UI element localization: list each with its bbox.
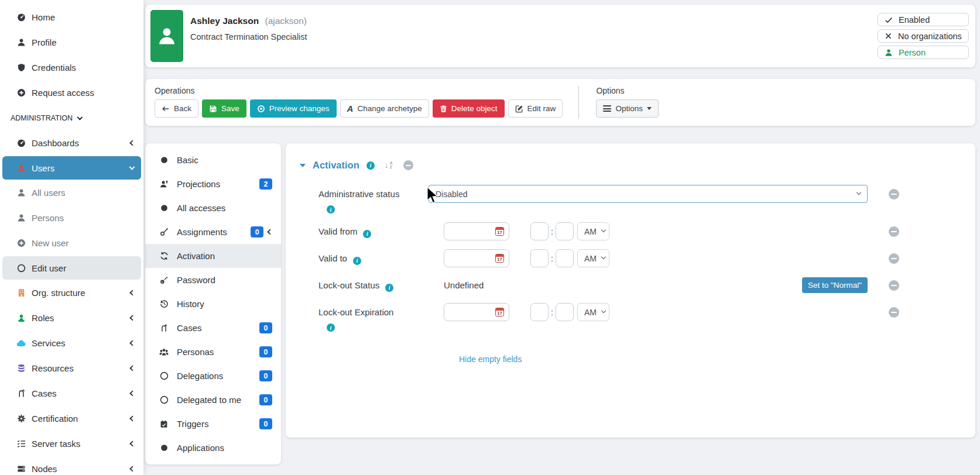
sidebar-item-cases[interactable]: Cases [0,381,143,406]
collapse-caret-icon[interactable] [300,164,306,167]
plus-circle-icon [16,239,26,247]
delete-object-button[interactable]: Delete object [433,99,505,118]
sidebar-item-persons[interactable]: Persons [0,205,143,230]
tab-count-badge[interactable]: 2 [259,178,272,190]
valid-from-hours-input[interactable] [530,222,549,240]
valid-from-meridiem-select[interactable]: AM [577,222,609,240]
info-icon[interactable] [385,284,393,292]
tab-applications[interactable]: Applications [145,436,281,460]
hide-empty-fields-link[interactable]: Hide empty fields [459,354,522,364]
sidebar-item-profile[interactable]: Profile [0,30,143,55]
selected-value: AM [584,227,597,236]
status-badge-enabled[interactable]: Enabled [878,13,969,26]
calendar-icon[interactable]: 17 [495,308,504,316]
remove-value-icon[interactable] [889,226,899,237]
lockout-status-value: Undefined [444,280,484,290]
tab-count-badge[interactable]: 0 [259,322,272,333]
preview-changes-button[interactable]: Preview changes [250,99,337,118]
remove-section-icon[interactable] [403,160,413,170]
lockout-expiration-meridiem-select[interactable]: AM [577,303,609,321]
calendar-icon[interactable]: 17 [495,254,504,263]
tab-count-badge[interactable]: 0 [259,346,272,357]
valid-to-minutes-input[interactable] [556,249,574,267]
valid-from-minutes-input[interactable] [556,222,574,240]
status-badge-no-organizations[interactable]: No organizations [878,29,969,43]
user-description: Contract Termination Specialist [190,32,307,42]
valid-to-date-input[interactable]: 17 [444,249,509,267]
change-archetype-button[interactable]: A Change archetype [340,99,429,118]
tab-projections[interactable]: Projections 2 [145,172,281,196]
time-separator: : [551,254,553,263]
button-label: Save [221,104,239,113]
tab-activation[interactable]: Activation [145,244,281,268]
save-button[interactable]: Save [202,99,246,118]
operations-card: Operations Back Save Preview changes A C… [145,79,975,126]
tab-delegations[interactable]: Delegations 0 [145,364,281,388]
sidebar-item-server-tasks[interactable]: Server tasks [0,431,143,456]
remove-value-icon[interactable] [889,189,899,199]
sidebar-item-all-users[interactable]: All users [0,180,143,205]
remove-value-icon[interactable] [889,307,899,318]
tab-basic[interactable]: Basic [145,148,281,172]
tab-cases[interactable]: Cases 0 [145,316,281,340]
info-icon[interactable] [363,230,371,238]
sidebar-item-dashboards[interactable]: Dashboards [0,130,143,156]
sidebar-item-new-user[interactable]: New user [0,230,143,256]
sidebar-item-home[interactable]: Home [0,5,143,30]
sidebar-item-request-access[interactable]: Request access [0,80,143,105]
chevron-left-icon [130,466,136,472]
remove-value-icon[interactable] [889,253,899,264]
tab-personas[interactable]: Personas 0 [145,340,281,364]
tab-history[interactable]: History [145,292,281,316]
tab-count-badge[interactable]: 0 [251,226,263,238]
sidebar-item-nodes[interactable]: Nodes [0,456,143,475]
check-icon [885,16,893,24]
tab-count-badge[interactable]: 0 [259,394,272,405]
options-dropdown-button[interactable]: Options [596,99,659,118]
lockout-expiration-minutes-input[interactable] [556,303,574,321]
info-icon[interactable] [327,323,335,332]
valid-to-hours-input[interactable] [530,249,549,267]
lockout-expiration-date-input[interactable]: 17 [444,303,509,321]
tab-delegated-to-me[interactable]: Delegated to me 0 [145,388,281,412]
chevron-left-icon [130,140,136,146]
user-login-name: (ajackson) [265,16,307,26]
info-icon[interactable] [353,257,361,265]
tab-count-badge[interactable]: 0 [259,418,272,429]
valid-to-meridiem-select[interactable]: AM [577,249,609,267]
pen-square-icon [515,105,523,113]
sidebar-item-certification[interactable]: Certification [0,406,143,431]
tab-assignments[interactable]: Assignments 0 [145,220,281,244]
status-badge-person[interactable]: Person [878,46,969,59]
sort-icon[interactable]: ↓AZ [385,161,393,169]
sidebar-item-org-structure[interactable]: Org. structure [0,280,143,305]
tab-count-badge[interactable]: 0 [259,370,272,381]
back-button[interactable]: Back [155,99,198,118]
remove-value-icon[interactable] [889,280,899,291]
sidebar-item-credentials[interactable]: Credentials [0,55,143,80]
edit-raw-button[interactable]: Edit raw [508,99,563,118]
tab-all-accesses[interactable]: All accesses [145,196,281,220]
tab-label: Cases [177,323,202,333]
circle-icon [159,204,169,212]
valid-from-date-input[interactable]: 17 [444,222,509,240]
button-label: Preview changes [269,104,330,113]
sidebar-item-roles[interactable]: Roles [0,305,143,331]
sidebar-item-resources[interactable]: Resources [0,356,143,381]
sidebar-section-administration[interactable]: ADMINISTRATION [0,105,143,130]
tab-triggers[interactable]: Triggers 0 [145,412,281,436]
calendar-icon[interactable]: 17 [495,227,504,236]
sidebar-item-services[interactable]: Services [0,331,143,356]
lockout-expiration-hours-input[interactable] [530,303,549,321]
sidebar-item-edit-user[interactable]: Edit user [2,256,141,280]
field-label-text: Lock-out Status [318,280,379,290]
administrative-status-select[interactable]: Disabled [429,185,868,203]
tab-password[interactable]: Password [145,268,281,292]
set-to-normal-button[interactable]: Set to "Normal" [802,277,868,293]
section-title[interactable]: Activation [313,160,359,171]
sidebar-item-users[interactable]: Users [2,156,141,180]
route-icon [159,324,169,332]
sidebar-item-label: Request access [32,88,94,98]
info-icon[interactable] [366,161,375,170]
info-icon[interactable] [327,205,335,214]
